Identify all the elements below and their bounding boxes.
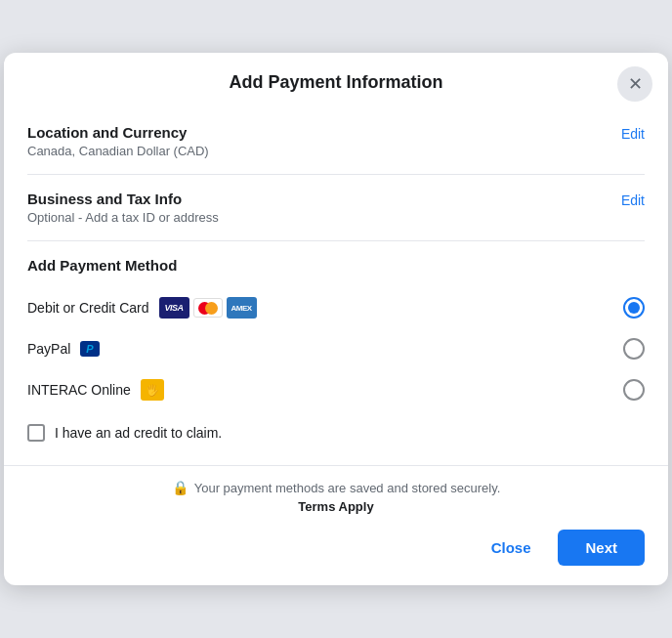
secure-row: 🔒 Your payment methods are saved and sto… bbox=[172, 480, 501, 495]
interac-icon: 🖐 bbox=[141, 379, 164, 401]
modal-header: Add Payment Information ✕ bbox=[4, 53, 668, 108]
card-icons: VISA AMEX bbox=[159, 297, 257, 319]
terms-link[interactable]: Terms Apply bbox=[298, 499, 373, 514]
next-button[interactable]: Next bbox=[558, 530, 645, 566]
ad-credit-checkbox[interactable] bbox=[27, 424, 45, 442]
business-section: Business and Tax Info Optional - Add a t… bbox=[27, 175, 645, 241]
payment-option-interac[interactable]: INTERAC Online 🖐 bbox=[27, 369, 645, 410]
business-subtitle: Optional - Add a tax ID or address bbox=[27, 210, 219, 225]
location-title: Location and Currency bbox=[27, 124, 209, 141]
secure-text: Your payment methods are saved and store… bbox=[194, 481, 501, 495]
ad-credit-row[interactable]: I have an ad credit to claim. bbox=[27, 410, 645, 457]
card-label: Debit or Credit Card bbox=[27, 300, 149, 316]
visa-icon: VISA bbox=[159, 297, 189, 319]
location-subtitle: Canada, Canadian Dollar (CAD) bbox=[27, 144, 209, 158]
location-section: Location and Currency Canada, Canadian D… bbox=[27, 108, 645, 175]
card-radio[interactable] bbox=[623, 297, 645, 319]
add-payment-modal: Add Payment Information ✕ Location and C… bbox=[4, 53, 668, 585]
location-info: Location and Currency Canada, Canadian D… bbox=[27, 124, 209, 158]
secure-info: 🔒 Your payment methods are saved and sto… bbox=[27, 466, 645, 520]
paypal-radio[interactable] bbox=[623, 338, 645, 360]
payment-option-paypal[interactable]: PayPal P bbox=[27, 328, 645, 369]
payment-method-title: Add Payment Method bbox=[27, 257, 645, 274]
business-title: Business and Tax Info bbox=[27, 191, 219, 207]
amex-icon: AMEX bbox=[227, 297, 257, 319]
close-footer-button[interactable]: Close bbox=[476, 532, 547, 564]
interac-label: INTERAC Online bbox=[27, 382, 131, 398]
paypal-label: PayPal bbox=[27, 341, 70, 357]
payment-method-section: Add Payment Method Debit or Credit Card … bbox=[27, 241, 645, 465]
business-edit-link[interactable]: Edit bbox=[621, 192, 645, 208]
modal-footer: Close Next bbox=[4, 520, 668, 585]
paypal-icon: P bbox=[80, 341, 99, 357]
ad-credit-label: I have an ad credit to claim. bbox=[55, 425, 222, 441]
modal-title: Add Payment Information bbox=[229, 72, 442, 93]
location-edit-link[interactable]: Edit bbox=[621, 126, 645, 142]
modal-body: Location and Currency Canada, Canadian D… bbox=[4, 108, 668, 520]
payment-option-card[interactable]: Debit or Credit Card VISA AMEX bbox=[27, 287, 645, 328]
modal-close-button[interactable]: ✕ bbox=[617, 66, 652, 102]
interac-radio[interactable] bbox=[623, 379, 645, 401]
lock-icon: 🔒 bbox=[172, 480, 189, 495]
mastercard-icon bbox=[193, 298, 223, 318]
business-info: Business and Tax Info Optional - Add a t… bbox=[27, 191, 219, 225]
